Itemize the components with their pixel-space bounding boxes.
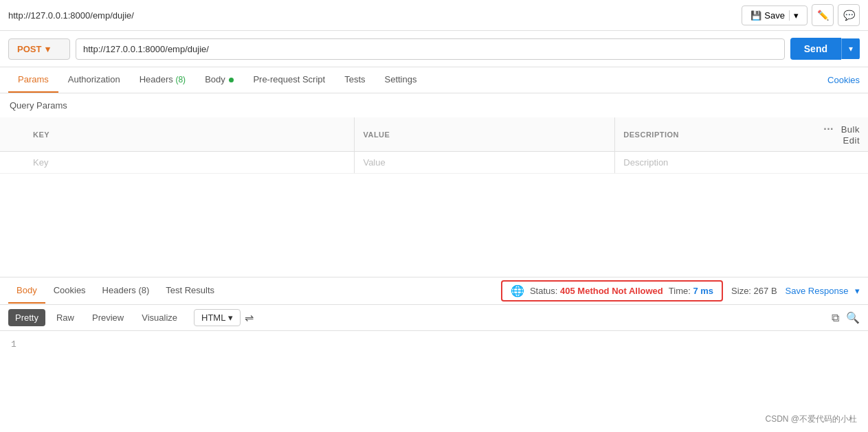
line-number-1: 1 — [11, 339, 16, 350]
param-value-input[interactable]: Value — [355, 152, 615, 174]
col-desc-header: DESCRIPTION — [615, 117, 813, 152]
format-select[interactable]: HTML ▾ — [194, 309, 241, 326]
body-dot — [229, 78, 234, 82]
url-input[interactable] — [76, 38, 785, 60]
response-tabs-row: Body Cookies Headers (8) Test Results 🌐 … — [0, 277, 868, 305]
time-value: 7 ms — [693, 286, 713, 296]
param-placeholder-row: Key Value Description — [0, 152, 868, 174]
format-tab-raw[interactable]: Raw — [49, 309, 81, 326]
comment-icon: 💬 — [843, 10, 855, 21]
save-chevron[interactable]: ▾ — [789, 10, 799, 21]
format-tab-pretty[interactable]: Pretty — [8, 309, 45, 326]
headers-badge: (8) — [175, 75, 186, 84]
request-tabs: Params Authorization Headers (8) Body Pr… — [0, 67, 868, 93]
format-chevron-icon: ▾ — [228, 312, 233, 323]
send-chevron-button[interactable]: ▾ — [841, 38, 860, 59]
format-tab-preview[interactable]: Preview — [85, 309, 131, 326]
query-params-label: Query Params — [0, 93, 868, 117]
response-tab-body[interactable]: Body — [8, 278, 45, 304]
size-text: Size: 267 B — [731, 286, 777, 296]
col-value-header: VALUE — [355, 117, 615, 152]
method-chevron: ▾ — [45, 44, 50, 54]
globe-icon: 🌐 — [511, 284, 524, 297]
empty-space — [0, 174, 868, 277]
edit-button[interactable]: ✏️ — [812, 4, 834, 26]
format-row: Pretty Raw Preview Visualize HTML ▾ ⇌ ⧉ … — [0, 305, 868, 331]
copy-icon[interactable]: ⧉ — [832, 312, 839, 324]
save-icon: 💾 — [750, 10, 761, 21]
tab-tests[interactable]: Tests — [335, 67, 375, 93]
param-desc-input[interactable]: Description — [615, 152, 813, 174]
search-icon[interactable]: 🔍 — [846, 311, 860, 324]
tab-body[interactable]: Body — [195, 67, 243, 93]
method-select[interactable]: POST ▾ — [8, 38, 70, 60]
comment-button[interactable]: 💬 — [838, 4, 860, 26]
tab-pre-request[interactable]: Pre-request Script — [243, 67, 335, 93]
response-section: Body Cookies Headers (8) Test Results 🌐 … — [0, 277, 868, 359]
cookies-link[interactable]: Cookies — [827, 68, 860, 92]
save-button[interactable]: 💾 Save ▾ — [742, 5, 808, 25]
send-button[interactable]: Send — [790, 38, 841, 60]
tab-params[interactable]: Params — [8, 67, 58, 93]
send-button-group: Send ▾ — [790, 38, 860, 60]
response-tab-test-results[interactable]: Test Results — [157, 278, 223, 304]
status-bar: 🌐 Status: 405 Method Not Allowed Time: 7… — [501, 277, 860, 304]
wrap-icon[interactable]: ⇌ — [245, 311, 254, 324]
top-bar-url: http://127.0.0.1:8000/emp/dujie/ — [8, 10, 134, 21]
dots-icon[interactable]: ··· — [823, 123, 834, 135]
method-label: POST — [17, 44, 41, 54]
tab-headers[interactable]: Headers (8) — [130, 67, 195, 93]
status-badge: 🌐 Status: 405 Method Not Allowed Time: 7… — [501, 280, 723, 302]
code-area: 1 — [0, 331, 868, 359]
footer-text: CSDN @不爱代码的小杜 — [765, 413, 857, 425]
save-response-button[interactable]: Save Response ▾ — [786, 286, 860, 296]
status-value: 405 Method Not Allowed — [560, 286, 663, 296]
col-key-header: KEY — [25, 117, 355, 152]
tab-authorization[interactable]: Authorization — [58, 67, 130, 93]
tab-settings[interactable]: Settings — [375, 67, 427, 93]
response-tab-headers[interactable]: Headers (8) — [94, 278, 158, 304]
format-tab-visualize[interactable]: Visualize — [135, 309, 184, 326]
params-table: KEY VALUE DESCRIPTION ··· Bulk Edit Key … — [0, 117, 868, 174]
col-check-header — [0, 117, 25, 152]
response-headers-badge: (8) — [138, 285, 149, 295]
col-actions-header: ··· Bulk Edit — [813, 117, 868, 152]
bulk-edit-button[interactable]: Bulk Edit — [841, 124, 860, 146]
param-key-input[interactable]: Key — [25, 152, 355, 174]
response-tab-cookies[interactable]: Cookies — [45, 278, 94, 304]
edit-icon: ✏️ — [817, 10, 829, 21]
